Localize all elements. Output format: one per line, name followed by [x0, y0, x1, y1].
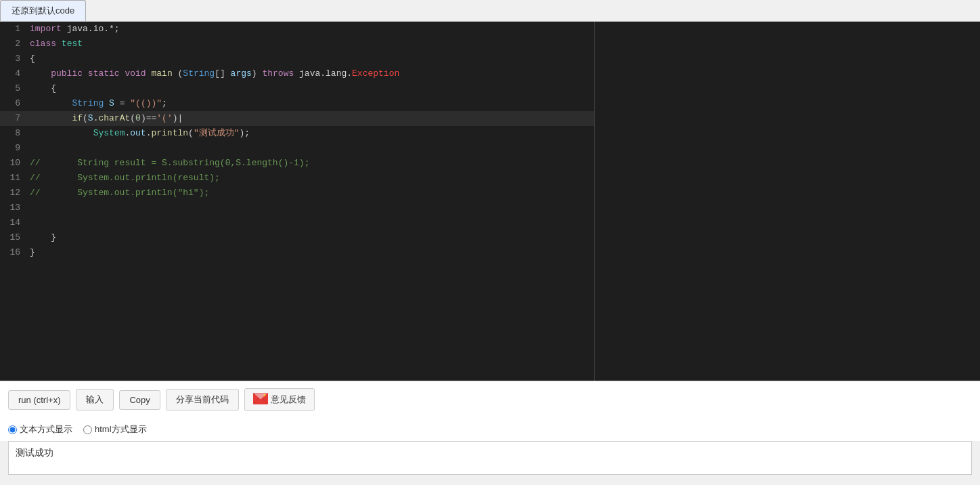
text-mode-radio-label[interactable]: 文本方式显示 — [8, 423, 72, 436]
line-number: 16 — [0, 245, 27, 260]
code-line: 6 String S = "(())"; — [0, 96, 594, 111]
email-svg — [253, 393, 268, 404]
line-content — [27, 141, 594, 156]
line-content: { — [27, 51, 594, 66]
envelope-icon — [253, 393, 268, 406]
radio-section: 文本方式显示 html方式显示 — [0, 418, 980, 441]
line-number: 2 — [0, 37, 27, 51]
feedback-label: 意见反馈 — [271, 394, 306, 406]
code-line: 14 — [0, 215, 594, 230]
line-content: // String result = S.substring(0,S.lengt… — [27, 156, 594, 171]
line-number: 15 — [0, 230, 27, 245]
line-content: public static void main (String[] args) … — [27, 66, 594, 81]
code-line: 8 System.out.println("测试成功"); — [0, 126, 594, 141]
text-mode-label: 文本方式显示 — [20, 423, 72, 436]
line-number: 3 — [0, 51, 27, 66]
right-panel — [594, 22, 980, 381]
line-content: } — [27, 245, 594, 260]
line-number: 8 — [0, 126, 27, 141]
line-content: String S = "(())"; — [27, 96, 594, 111]
line-number: 1 — [0, 22, 27, 37]
code-line: 11// System.out.println(result); — [0, 171, 594, 186]
html-mode-radio[interactable] — [83, 425, 92, 434]
tab-reset-code[interactable]: 还原到默认code — [0, 0, 86, 21]
line-number: 14 — [0, 215, 27, 230]
code-line: 1import java.io.*; — [0, 22, 594, 37]
line-content — [27, 201, 594, 215]
html-mode-radio-label[interactable]: html方式显示 — [83, 423, 147, 436]
code-editor[interactable]: 1import java.io.*;2class test3{4 public … — [0, 22, 594, 381]
line-content: System.out.println("测试成功"); — [27, 126, 594, 141]
line-number: 12 — [0, 186, 27, 201]
copy-button[interactable]: Copy — [119, 390, 160, 410]
code-line: 5 { — [0, 81, 594, 96]
code-line: 4 public static void main (String[] args… — [0, 66, 594, 81]
line-content: { — [27, 81, 594, 96]
line-number: 9 — [0, 141, 27, 156]
run-button[interactable]: run (ctrl+x) — [8, 390, 70, 410]
line-content: // System.out.println(result); — [27, 171, 594, 186]
code-line: 3{ — [0, 51, 594, 66]
line-number: 10 — [0, 156, 27, 171]
editor-container: 1import java.io.*;2class test3{4 public … — [0, 22, 980, 381]
html-mode-label: html方式显示 — [95, 423, 147, 436]
code-line: 16} — [0, 245, 594, 260]
line-content — [27, 215, 594, 230]
share-button[interactable]: 分享当前代码 — [166, 389, 239, 410]
tab-bar: 还原到默认code — [0, 0, 980, 22]
line-number: 5 — [0, 81, 27, 96]
line-content: if(S.charAt(0)=='(')| — [27, 111, 594, 126]
code-line: 15 } — [0, 230, 594, 245]
output-text: 测试成功 — [16, 447, 53, 458]
code-line: 9 — [0, 141, 594, 156]
line-number: 11 — [0, 171, 27, 186]
text-mode-radio[interactable] — [8, 425, 17, 434]
code-line: 10// String result = S.substring(0,S.len… — [0, 156, 594, 171]
code-line: 12// System.out.println("hi"); — [0, 186, 594, 201]
code-line: 2class test — [0, 37, 594, 51]
line-content: // System.out.println("hi"); — [27, 186, 594, 201]
feedback-button[interactable]: 意见反馈 — [244, 388, 315, 411]
input-button[interactable]: 输入 — [76, 389, 114, 410]
line-number: 6 — [0, 96, 27, 111]
line-content: import java.io.*; — [27, 22, 594, 37]
line-content: class test — [27, 37, 594, 51]
line-number: 7 — [0, 111, 27, 126]
toolbar: run (ctrl+x) 输入 Copy 分享当前代码 意见反馈 — [0, 381, 980, 418]
line-number: 4 — [0, 66, 27, 81]
line-content: } — [27, 230, 594, 245]
code-lines: 1import java.io.*;2class test3{4 public … — [0, 22, 594, 260]
code-line: 13 — [0, 201, 594, 215]
line-number: 13 — [0, 201, 27, 215]
code-line: 7 if(S.charAt(0)=='(')| — [0, 111, 594, 126]
output-area: 测试成功 — [8, 441, 972, 475]
